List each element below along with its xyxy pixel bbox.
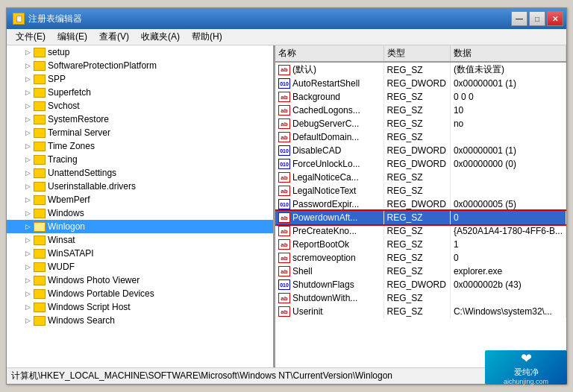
tree-item[interactable]: ▷ SoftwareProtectionPlatform (7, 59, 273, 72)
tree-item-label: Windows Photo Viewer (48, 275, 140, 285)
tree-item-winlogon[interactable]: ▷ Winlogon (7, 220, 273, 233)
folder-icon (34, 303, 46, 312)
tree-item[interactable]: ▷ Windows Search (7, 314, 273, 327)
cell-type: REG_DWORD (383, 197, 450, 211)
folder-icon (34, 195, 46, 205)
tree-item[interactable]: ▷ UnattendSettings (7, 166, 273, 180)
expander-icon: ▷ (22, 127, 34, 139)
cell-type: REG_SZ (383, 117, 450, 130)
tree-item[interactable]: ▷ Terminal Server (7, 126, 273, 139)
table-row[interactable]: 010PasswordExpir...REG_DWORD0x00000005 (… (275, 197, 566, 211)
table-row[interactable]: abBackgroundREG_SZ0 0 0 (275, 90, 566, 104)
table-row[interactable]: 010ForceUnlockLo...REG_DWORD0x00000000 (… (275, 157, 566, 171)
tree-item[interactable]: ▷ Superfetch (7, 86, 273, 99)
tree-item-label: Tracing (48, 154, 78, 165)
tree-item-label: UnattendSettings (48, 168, 116, 178)
table-row[interactable]: 010ShutdownFlagsREG_DWORD0x0000002b (43) (275, 278, 566, 291)
tree-item-label: WUDF (48, 262, 75, 272)
tree-item[interactable]: ▷ Windows (7, 206, 273, 220)
reg-name: ShutdownWith... (292, 293, 357, 303)
table-row[interactable]: abShutdownWith...REG_SZ (275, 291, 566, 305)
tree-item[interactable]: ▷ WbemPerf (7, 193, 273, 206)
cell-data: (数值未设置) (450, 62, 566, 77)
col-header-type[interactable]: 类型 (383, 45, 450, 62)
table-row[interactable]: abReportBootOkREG_SZ1 (275, 238, 566, 251)
tree-item[interactable]: ▷ Userinstallable.drivers (7, 180, 273, 193)
table-row[interactable]: abLegalNoticeTextREG_SZ (275, 184, 566, 197)
col-header-data[interactable]: 数据 (450, 45, 566, 62)
table-row[interactable]: 010DisableCADREG_DWORD0x00000001 (1) (275, 144, 566, 157)
app-icon: 📋 (13, 13, 25, 25)
table-row[interactable]: abCachedLogons...REG_SZ10 (275, 104, 566, 117)
minimize-button[interactable]: — (511, 11, 527, 26)
cell-type: REG_DWORD (383, 278, 450, 291)
tree-item[interactable]: ▷ WUDF (7, 260, 273, 274)
col-header-name[interactable]: 名称 (275, 45, 383, 62)
string-icon: ab (278, 212, 290, 223)
cell-name: abCachedLogons... (275, 104, 383, 117)
tree-item-label: Windows (48, 208, 84, 218)
tree-item[interactable]: ▷ Windows Script Host (7, 300, 273, 314)
tree-item[interactable]: ▷ SPP (7, 72, 273, 86)
cell-name: 010PasswordExpir... (275, 197, 383, 211)
string-icon: ab (278, 306, 290, 317)
string-icon: ab (278, 266, 290, 276)
table-row[interactable]: abLegalNoticeCa...REG_SZ (275, 171, 566, 184)
table-row[interactable]: abDefaultDomain...REG_SZ (275, 130, 566, 144)
tree-item[interactable]: ▷ Windows Photo Viewer (7, 274, 273, 287)
folder-icon (34, 48, 46, 57)
table-row[interactable]: 010AutoRestartShellREG_DWORD0x00000001 (… (275, 77, 566, 90)
table-row[interactable]: abUserinitREG_SZC:\Windows\system32\... (275, 305, 566, 318)
tree-item[interactable]: ▷ Windows Portable Devices (7, 287, 273, 300)
menu-edit[interactable]: 编辑(E) (51, 29, 93, 45)
watermark-icon: ❤ (521, 350, 532, 367)
tree-item[interactable]: ▷ Winsat (7, 233, 273, 247)
expander-icon: ▷ (22, 180, 34, 192)
table-row[interactable]: abDebugServerC...REG_SZno (275, 117, 566, 130)
folder-icon (34, 101, 46, 111)
folder-icon (34, 155, 46, 165)
cell-type: REG_SZ (383, 211, 450, 224)
folder-icon (34, 249, 46, 259)
folder-icon (34, 316, 46, 326)
registry-values-pane[interactable]: 名称 类型 数据 ab(默认)REG_SZ(数值未设置)010AutoResta… (275, 45, 566, 367)
reg-name: Background (292, 92, 340, 102)
tree-item[interactable]: ▷ Tracing (7, 153, 273, 166)
menu-favorites[interactable]: 收藏夹(A) (135, 29, 186, 45)
table-row[interactable]: abShellREG_SZexplorer.exe (275, 265, 566, 278)
cell-name: abLegalNoticeText (275, 184, 383, 197)
string-icon: ab (278, 239, 290, 250)
cell-type: REG_SZ (383, 62, 450, 77)
cell-data: 0x00000001 (1) (450, 144, 566, 157)
maximize-button[interactable]: □ (529, 11, 545, 26)
expander-icon: ▷ (22, 274, 34, 286)
tree-item[interactable]: ▷ Time Zones (7, 139, 273, 153)
tree-pane[interactable]: ▷ setup ▷ SoftwareProtectionPlatform ▷ S… (7, 45, 275, 367)
cell-type: REG_SZ (383, 265, 450, 278)
folder-icon (34, 142, 46, 151)
menu-view[interactable]: 查看(V) (93, 29, 135, 45)
tree-item[interactable]: ▷ setup (7, 45, 273, 59)
menu-file[interactable]: 文件(E) (10, 29, 51, 45)
close-button[interactable]: ✕ (547, 11, 563, 26)
table-row[interactable]: ab(默认)REG_SZ(数值未设置) (275, 62, 566, 77)
folder-icon (34, 235, 46, 245)
cell-type: REG_SZ (383, 171, 450, 184)
tree-item-label: Superfetch (48, 87, 91, 98)
tree-item-label: Winlogon (48, 221, 85, 232)
string-icon: ab (278, 105, 290, 116)
cell-type: REG_SZ (383, 90, 450, 104)
expander-icon: ▷ (22, 234, 34, 246)
tree-item-label: Userinstallable.drivers (48, 181, 136, 192)
table-row[interactable]: abPreCreateKno...REG_SZ{A520A1A4-1780-4F… (275, 224, 566, 238)
reg-name: Shell (292, 266, 313, 276)
table-row[interactable]: abscremoveoptionREG_SZ0 (275, 251, 566, 265)
cell-type: REG_DWORD (383, 157, 450, 171)
table-row[interactable]: abPowerdownAft...REG_SZ0 (275, 211, 566, 224)
tree-item[interactable]: ▷ SystemRestore (7, 113, 273, 126)
reg-name: CachedLogons... (292, 105, 360, 116)
tree-item[interactable]: ▷ WinSATAPI (7, 247, 273, 260)
reg-name: DisableCAD (292, 145, 341, 156)
menu-help[interactable]: 帮助(H) (186, 29, 228, 45)
tree-item[interactable]: ▷ Svchost (7, 99, 273, 113)
